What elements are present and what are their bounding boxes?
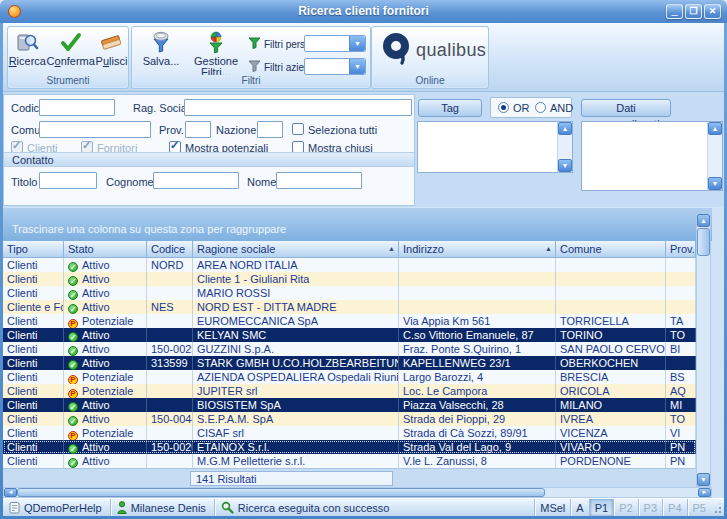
cell-comune[interactable]: OBERKOCHEN — [556, 356, 666, 370]
cell-stato[interactable]: PPotenziale — [64, 384, 147, 398]
column-header-indirizzo[interactable]: Indirizzo▲ — [399, 241, 556, 258]
cell-tipo[interactable]: Clienti — [3, 286, 64, 300]
cell-ragione-sociale[interactable]: AREA NORD ITALIA — [193, 258, 399, 272]
resize-grip[interactable] — [711, 501, 723, 515]
cell-ragione-sociale[interactable]: S.E.P.A.M. SpA — [193, 412, 399, 426]
cell-tipo[interactable]: Cliente e Fornito — [3, 300, 64, 314]
cell-codice[interactable]: 313599 — [147, 356, 193, 370]
cell-prov[interactable]: TA — [666, 314, 696, 328]
status-page-p2[interactable]: P2 — [613, 499, 637, 516]
scroll-right-icon[interactable]: ► — [698, 488, 711, 497]
cell-stato[interactable]: ✓Attivo — [64, 342, 147, 356]
titolo-input[interactable] — [39, 172, 97, 189]
cell-codice[interactable]: 150-0020 — [147, 440, 193, 454]
gestione-filtri-button[interactable]: Gestione Filtri... — [188, 30, 244, 78]
cell-comune[interactable] — [556, 258, 666, 272]
cell-comune[interactable] — [556, 300, 666, 314]
cell-prov[interactable] — [666, 286, 696, 300]
cell-codice[interactable] — [147, 398, 193, 412]
column-header-comune[interactable]: Comune — [556, 241, 666, 258]
column-header-ragione-sociale[interactable]: Ragione sociale▲ — [193, 241, 399, 258]
cell-stato[interactable]: ✓Attivo — [64, 454, 147, 468]
prov-input[interactable] — [185, 121, 211, 138]
cell-codice[interactable] — [147, 384, 193, 398]
cell-tipo[interactable]: Clienti — [3, 314, 64, 328]
cell-ragione-sociale[interactable]: CISAF srl — [193, 426, 399, 440]
cell-comune[interactable]: VICENZA — [556, 426, 666, 440]
table-row[interactable]: Clienti✓AttivoKELYAN SMCC.so Vittorio Em… — [3, 328, 696, 342]
maximize-button[interactable]: ❐ — [685, 4, 702, 19]
table-row[interactable]: Clienti✓AttivoCliente 1 - Giuliani Rita — [3, 272, 696, 286]
status-page-p4[interactable]: P4 — [662, 499, 686, 516]
cell-indirizzo[interactable]: Via Appia Km 561 — [399, 314, 556, 328]
scroll-down-icon[interactable]: ▼ — [708, 177, 722, 190]
table-row[interactable]: ClientiPPotenzialeCISAF srlStrada di Cà … — [3, 426, 696, 440]
cell-codice[interactable]: NES — [147, 300, 193, 314]
table-row[interactable]: ClientiPPotenzialeJUPITER srlLoc. Le Cam… — [3, 384, 696, 398]
cell-prov[interactable]: TO — [666, 412, 696, 426]
cell-prov[interactable]: VI — [666, 426, 696, 440]
cell-prov[interactable] — [666, 258, 696, 272]
cell-comune[interactable] — [556, 272, 666, 286]
table-row[interactable]: Clienti✓AttivoBIOSISTEM SpAPiazza Valsec… — [3, 398, 696, 412]
minimize-button[interactable]: ─ — [666, 4, 683, 19]
scroll-left-icon[interactable]: ◄ — [4, 488, 17, 497]
status-page-msel[interactable]: MSel — [534, 499, 570, 516]
status-page-p3[interactable]: P3 — [638, 499, 662, 516]
cell-tipo[interactable]: Clienti — [3, 440, 64, 454]
nazione-input[interactable] — [257, 121, 283, 138]
cell-codice[interactable] — [147, 370, 193, 384]
cell-indirizzo[interactable] — [399, 300, 556, 314]
cell-codice[interactable]: 150-0025 — [147, 342, 193, 356]
cell-codice[interactable] — [147, 454, 193, 468]
cell-codice[interactable] — [147, 286, 193, 300]
cell-indirizzo[interactable]: KAPELLENWEG 23/1 — [399, 356, 556, 370]
cell-prov[interactable]: PN — [666, 454, 696, 468]
scroll-up-icon[interactable]: ▲ — [708, 122, 722, 135]
scroll-down-icon[interactable]: ▼ — [697, 473, 710, 486]
cell-indirizzo[interactable]: C.so Vittorio Emanuele, 87 — [399, 328, 556, 342]
table-row[interactable]: Cliente e Fornito✓AttivoNESNORD EST - DI… — [3, 300, 696, 314]
cell-indirizzo[interactable]: Strada dei Pioppi, 29 — [399, 412, 556, 426]
cell-prov[interactable] — [666, 272, 696, 286]
filtri-aziendali-dropdown[interactable]: ▼ — [304, 58, 366, 75]
cell-stato[interactable]: ✓Attivo — [64, 272, 147, 286]
cell-prov[interactable]: AQ — [666, 384, 696, 398]
close-button[interactable]: ✕ — [704, 4, 721, 19]
nome-input[interactable] — [276, 172, 362, 189]
cell-stato[interactable]: PPotenziale — [64, 314, 147, 328]
comune-input[interactable] — [39, 121, 151, 138]
codice-input[interactable] — [39, 99, 115, 116]
cell-ragione-sociale[interactable]: MARIO ROSSI — [193, 286, 399, 300]
table-row[interactable]: Clienti✓Attivo313599STARK GMBH U.CO.HOLZ… — [3, 356, 696, 370]
cell-prov[interactable] — [666, 356, 696, 370]
cell-comune[interactable]: IVREA — [556, 412, 666, 426]
seleziona-tutti-checkbox[interactable] — [292, 123, 304, 135]
cell-tipo[interactable]: Clienti — [3, 398, 64, 412]
scroll-up-icon[interactable]: ▲ — [558, 122, 572, 135]
cell-tipo[interactable]: Clienti — [3, 370, 64, 384]
cell-stato[interactable]: ✓Attivo — [64, 356, 147, 370]
ricerca-button[interactable]: Ricerca — [9, 30, 46, 67]
cell-tipo[interactable]: Clienti — [3, 426, 64, 440]
cell-stato[interactable]: ✓Attivo — [64, 258, 147, 272]
cell-codice[interactable] — [147, 426, 193, 440]
tag-listbox[interactable]: ▲ ▼ — [417, 121, 573, 173]
cell-ragione-sociale[interactable]: ETAINOX S.r.l. — [193, 440, 399, 454]
cell-indirizzo[interactable]: Loc. Le Campora — [399, 384, 556, 398]
cell-stato[interactable]: PPotenziale — [64, 370, 147, 384]
cell-prov[interactable]: BS — [666, 370, 696, 384]
cell-comune[interactable]: TORINO — [556, 328, 666, 342]
cell-tipo[interactable]: Clienti — [3, 356, 64, 370]
cell-tipo[interactable]: Clienti — [3, 384, 64, 398]
cell-tipo[interactable]: Clienti — [3, 342, 64, 356]
cell-prov[interactable]: TO — [666, 328, 696, 342]
cell-prov[interactable] — [666, 300, 696, 314]
cell-comune[interactable]: TORRICELLA — [556, 314, 666, 328]
cell-ragione-sociale[interactable]: EUROMECCANICA SpA — [193, 314, 399, 328]
rag-sociale-input[interactable] — [184, 99, 412, 116]
cell-prov[interactable]: MI — [666, 398, 696, 412]
cell-comune[interactable]: MILANO — [556, 398, 666, 412]
cell-codice[interactable] — [147, 328, 193, 342]
chevron-down-icon[interactable]: ▼ — [349, 36, 365, 51]
